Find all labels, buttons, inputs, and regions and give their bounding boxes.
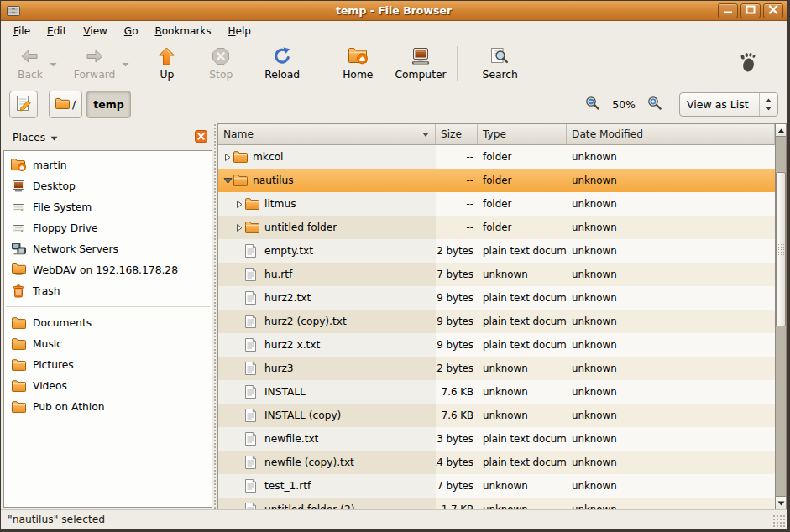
type-cell: plain text document: [478, 451, 567, 474]
webdav-icon: [11, 263, 26, 276]
expander-collapsed-icon[interactable]: [233, 200, 245, 209]
type-cell: folder: [478, 216, 567, 239]
folder-icon: [11, 317, 26, 329]
name-cell: newfile (copy).txt: [218, 451, 436, 474]
reload-button[interactable]: Reload: [259, 44, 305, 84]
file-row-hurz2-x-txt[interactable]: hurz2 x.txt9 bytesplain text documentunk…: [218, 333, 775, 357]
sidebar-item-label: Pictures: [33, 359, 74, 371]
menu-view[interactable]: View: [76, 23, 114, 39]
column-header-date-modified[interactable]: Date Modified: [567, 124, 775, 145]
file-name: hurz2.txt: [262, 292, 311, 304]
file-row-mkcol[interactable]: mkcol--folderunknown: [218, 145, 775, 169]
view-mode-combobox[interactable]: View as List: [679, 92, 778, 117]
sidebar-item-pub-on-athlon[interactable]: Pub on Athlon: [4, 396, 212, 417]
path-root-button[interactable]: /: [49, 91, 82, 118]
vertical-scrollbar[interactable]: [775, 123, 787, 509]
name-cell: INSTALL: [218, 380, 436, 404]
back-history-dropdown[interactable]: [46, 44, 60, 84]
sidebar-item-desktop[interactable]: Desktop: [4, 175, 212, 196]
file-row-untitled-folder-2-[interactable]: untitled folder (2)1.7 KBunknownunknown: [218, 498, 775, 509]
sidebar-item-music[interactable]: Music: [4, 333, 212, 354]
menu-edit[interactable]: Edit: [39, 23, 74, 39]
size-cell: 1.7 KB: [436, 498, 478, 509]
column-header-name[interactable]: Name: [218, 124, 436, 145]
size-cell: 7 bytes: [436, 263, 478, 286]
file-name: newfile.txt: [262, 433, 318, 445]
expander-expanded-icon[interactable]: [222, 176, 233, 185]
close-button[interactable]: [763, 3, 783, 18]
file-row-untitled-folder[interactable]: untitled folder--folderunknown: [218, 216, 775, 239]
file-row-nautilus[interactable]: nautilus--folderunknown: [218, 169, 775, 192]
computer-button[interactable]: Computer: [390, 44, 451, 84]
toolbar-button-label: Home: [343, 69, 373, 81]
column-header-size[interactable]: Size: [436, 124, 478, 145]
sidebar-item-documents[interactable]: Documents: [4, 312, 212, 333]
zoom-out-button[interactable]: [580, 96, 605, 113]
file-row-newfile-txt[interactable]: newfile.txt3 bytesplain text documentunk…: [218, 427, 775, 451]
file-row-install-copy-[interactable]: INSTALL (copy)7.6 KBunknownunknown: [218, 404, 775, 427]
sidebar-item-pictures[interactable]: Pictures: [4, 354, 212, 375]
file-row-install[interactable]: INSTALL7.6 KBunknownunknown: [218, 380, 775, 404]
forward-history-dropdown[interactable]: [118, 44, 133, 84]
size-cell: 9 bytes: [436, 286, 478, 310]
folder-icon: [233, 151, 250, 163]
size-cell: 9 bytes: [436, 310, 478, 333]
sidebar-close-button[interactable]: [195, 130, 207, 145]
file-row-empty-txt[interactable]: empty.txt2 bytesplain text documentunkno…: [218, 239, 775, 263]
sidebar-item-label: WebDAV on 192.168.178.28: [33, 264, 178, 276]
path-root-label: /: [72, 98, 76, 111]
scroll-up-button[interactable]: [775, 123, 787, 137]
date-modified-cell: unknown: [567, 357, 775, 380]
file-row-hurz2-txt[interactable]: hurz2.txt9 bytesplain text documentunkno…: [218, 286, 775, 310]
menu-bookmarks[interactable]: Bookmarks: [147, 23, 218, 39]
date-modified-cell: unknown: [567, 333, 775, 357]
expander-collapsed-icon[interactable]: [222, 153, 233, 162]
text-file-icon: [245, 432, 262, 446]
edit-location-icon: [15, 95, 33, 115]
places-dropdown[interactable]: Places: [9, 128, 61, 147]
file-row-hurz2-copy-txt[interactable]: hurz2 (copy).txt9 bytesplain text docume…: [218, 310, 775, 333]
toolbar-button-label: Stop: [209, 69, 233, 81]
menu-file[interactable]: File: [6, 23, 38, 39]
sidebar-item-file-system[interactable]: File System: [4, 196, 212, 217]
sidebar-item-label: Floppy Drive: [33, 222, 98, 234]
zoom-out-icon: [585, 96, 600, 113]
file-name: test_1.rtf: [262, 480, 311, 492]
sidebar-item-floppy-drive[interactable]: Floppy Drive: [4, 217, 212, 238]
sidebar-item-network-servers[interactable]: Network Servers: [4, 238, 212, 259]
edit-location-button[interactable]: [9, 91, 38, 118]
file-row-newfile-copy-txt[interactable]: newfile (copy).txt14 bytesplain text doc…: [218, 451, 775, 474]
sidebar-item-label: File System: [33, 201, 92, 213]
up-button[interactable]: Up: [153, 44, 180, 84]
sidebar-item-label: Documents: [33, 317, 92, 329]
date-modified-cell: unknown: [567, 404, 775, 427]
menu-go[interactable]: Go: [117, 23, 146, 39]
search-button[interactable]: Search: [478, 44, 523, 84]
folder-icon: [245, 198, 262, 210]
menu-help[interactable]: Help: [221, 23, 259, 39]
file-row-hurz3[interactable]: hurz312 bytesunknownunknown: [218, 357, 775, 380]
file-row-hu-rtf[interactable]: hu.rtf7 bytesunknownunknown: [218, 263, 775, 286]
scroll-down-button[interactable]: [775, 496, 787, 509]
sidebar-item-trash[interactable]: Trash: [4, 280, 212, 301]
home-button[interactable]: Home: [337, 44, 378, 84]
path-current-button[interactable]: temp: [86, 91, 130, 118]
folder-icon: [11, 338, 26, 350]
file-row-test-1-rtf[interactable]: test_1.rtf7 bytesunknownunknown: [218, 474, 775, 498]
expander-collapsed-icon[interactable]: [233, 223, 245, 232]
column-header-type[interactable]: Type: [478, 124, 567, 145]
file-row-litmus[interactable]: litmus--folderunknown: [218, 192, 775, 216]
sidebar-item-videos[interactable]: Videos: [4, 375, 212, 396]
minimize-button[interactable]: [718, 3, 738, 18]
sidebar-item-webdav-on-192-168-178-28[interactable]: WebDAV on 192.168.178.28: [4, 259, 212, 280]
drive-icon: [11, 201, 26, 213]
chevron-down-icon: [122, 58, 129, 70]
location-bar: / temp 50% View as List: [1, 86, 787, 123]
titlebar[interactable]: temp - File Browser: [1, 1, 787, 21]
zoom-in-button[interactable]: [642, 96, 667, 113]
type-cell: plain text document: [478, 333, 567, 357]
maximize-button[interactable]: [740, 3, 761, 18]
scrollbar-thumb[interactable]: [776, 172, 786, 326]
sidebar-item-martin[interactable]: martin: [4, 154, 212, 175]
resize-grip[interactable]: [772, 514, 785, 527]
